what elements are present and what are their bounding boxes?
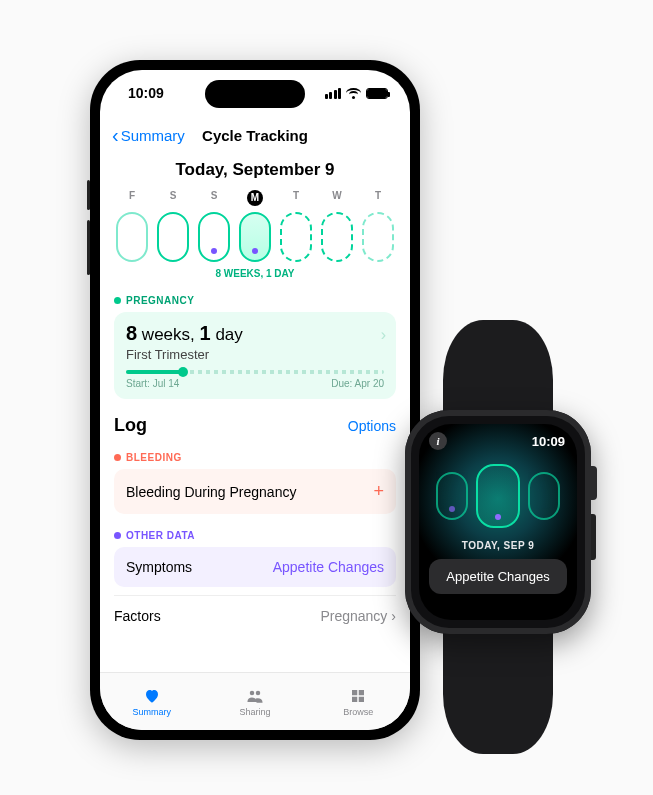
battery-icon — [366, 88, 388, 99]
other-data-section-label: OTHER DATA — [114, 530, 396, 541]
watch-status-bar: i 10:09 — [419, 424, 577, 450]
tab-summary[interactable]: Summary — [100, 673, 203, 730]
content-area: Today, September 9 F S S M T W T 8 WEEKS… — [100, 154, 410, 672]
watch-time: 10:09 — [532, 434, 565, 449]
factors-value: Pregnancy — [320, 608, 387, 624]
weekday-label: S — [157, 190, 189, 206]
watch-cycle-day-today[interactable] — [476, 464, 520, 528]
weekday-label: T — [280, 190, 312, 206]
today-heading: Today, September 9 — [114, 160, 396, 180]
duration-caption: 8 WEEKS, 1 DAY — [114, 268, 396, 279]
log-heading: Log — [114, 415, 147, 436]
pregnancy-section-label: PREGNANCY — [114, 295, 396, 306]
bullet-icon — [114, 454, 121, 461]
factors-label: Factors — [114, 608, 161, 624]
log-options-button[interactable]: Options — [348, 418, 396, 434]
info-icon[interactable]: i — [429, 432, 447, 450]
factors-row[interactable]: Factors Pregnancy › — [114, 595, 396, 636]
cellular-icon — [325, 88, 342, 99]
tab-bar: Summary Sharing Browse — [100, 672, 410, 730]
bleeding-section-label: BLEEDING — [114, 452, 396, 463]
watch-date: TODAY, SEP 9 — [419, 540, 577, 551]
log-dot-icon — [252, 248, 258, 254]
symptoms-label: Symptoms — [126, 559, 192, 575]
cycle-day[interactable] — [198, 212, 230, 262]
iphone-frame: 10:09 ‹ Summary Cycle Tracking Today, Se… — [90, 60, 420, 740]
weekday-label: T — [362, 190, 394, 206]
symptoms-value: Appetite Changes — [273, 559, 384, 575]
pregnancy-duration: 8 weeks, 1 day — [126, 322, 384, 345]
plus-icon: + — [373, 481, 384, 502]
pregnancy-card[interactable]: 8 weeks, 1 day First Trimester › Start: … — [114, 312, 396, 399]
chevron-right-icon: › — [391, 608, 396, 624]
weekday-label-today: M — [247, 190, 263, 206]
pregnancy-progress — [126, 370, 384, 374]
watch-symptom-chip[interactable]: Appetite Changes — [429, 559, 567, 594]
bullet-icon — [114, 297, 121, 304]
back-label: Summary — [121, 127, 185, 144]
apple-watch: i 10:09 TODAY, SEP 9 Appetite Changes — [398, 320, 598, 754]
dynamic-island — [205, 80, 305, 108]
pregnancy-trimester: First Trimester — [126, 347, 384, 362]
nav-bar: ‹ Summary Cycle Tracking — [100, 116, 410, 154]
chevron-left-icon: ‹ — [112, 125, 119, 145]
chevron-right-icon: › — [381, 326, 386, 344]
bullet-icon — [114, 532, 121, 539]
wifi-icon — [346, 88, 361, 99]
watch-screen: i 10:09 TODAY, SEP 9 Appetite Changes — [419, 424, 577, 620]
pregnancy-progress-labels: Start: Jul 14 Due: Apr 20 — [126, 378, 384, 389]
digital-crown[interactable] — [591, 466, 597, 500]
cycle-day-future[interactable] — [362, 212, 394, 262]
log-dot-icon — [449, 506, 455, 512]
iphone-screen: 10:09 ‹ Summary Cycle Tracking Today, Se… — [100, 70, 410, 730]
weekday-label: W — [321, 190, 353, 206]
weekday-row: F S S M T W T — [114, 190, 396, 206]
cycle-day-future[interactable] — [321, 212, 353, 262]
watch-cycle-day[interactable] — [528, 472, 560, 520]
grid-icon — [348, 687, 368, 705]
people-icon — [245, 687, 265, 705]
watch-cycle-day[interactable] — [436, 472, 468, 520]
tab-sharing[interactable]: Sharing — [203, 673, 306, 730]
watch-side-button[interactable] — [591, 514, 596, 560]
tab-browse[interactable]: Browse — [307, 673, 410, 730]
symptoms-row[interactable]: Symptoms Appetite Changes — [114, 547, 396, 587]
bleeding-row[interactable]: Bleeding During Pregnancy + — [114, 469, 396, 514]
cycle-day-today[interactable] — [239, 212, 271, 262]
watch-body: i 10:09 TODAY, SEP 9 Appetite Changes — [405, 410, 591, 634]
cycle-day-future[interactable] — [280, 212, 312, 262]
back-button[interactable]: ‹ Summary — [112, 125, 185, 145]
watch-cycle-row[interactable] — [419, 464, 577, 528]
cycle-day-row[interactable] — [114, 212, 396, 262]
log-dot-icon — [495, 514, 501, 520]
status-time: 10:09 — [128, 85, 164, 101]
bleeding-row-label: Bleeding During Pregnancy — [126, 484, 296, 500]
cycle-day[interactable] — [116, 212, 148, 262]
log-dot-icon — [211, 248, 217, 254]
status-indicators — [325, 88, 389, 99]
heart-icon — [142, 687, 162, 705]
weekday-label: F — [116, 190, 148, 206]
log-header: Log Options — [114, 415, 396, 436]
cycle-day[interactable] — [157, 212, 189, 262]
weekday-label: S — [198, 190, 230, 206]
